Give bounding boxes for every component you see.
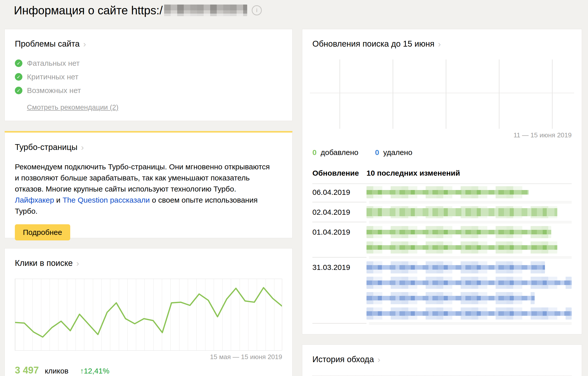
card-title-text: Клики в поиске	[15, 258, 73, 269]
table-row: 02.04.2019	[312, 204, 572, 221]
row-changes	[366, 204, 572, 221]
redacted-site-url	[164, 5, 247, 16]
card-title-text: Обновления поиска до 15 июня	[312, 38, 434, 49]
search-clicks-card: Клики в поиске › 15 мая — 15 июня 2019 3…	[5, 248, 292, 376]
clicks-date-range: 15 мая — 15 июня 2019	[15, 353, 282, 361]
turbo-pages-card: Турбо-страницы › Рекомендуем подключить …	[5, 131, 292, 238]
updates-date-range: 11 — 15 июня 2019	[312, 131, 572, 139]
row-date: 02.04.2019	[312, 204, 366, 221]
page-title-text: Информация о сайте https:/	[14, 2, 163, 19]
table-row: 31.03.2019	[312, 259, 572, 322]
updates-table-header: Обновление 10 последних изменений	[312, 169, 572, 177]
up-arrow-icon: ↑	[80, 367, 84, 375]
redacted-change-text	[366, 226, 551, 238]
chevron-right-icon: ›	[81, 142, 84, 152]
details-button[interactable]: Подробнее	[15, 224, 70, 240]
lifehacker-link[interactable]: Лайфхакер	[15, 196, 54, 204]
added-count: 0	[312, 148, 317, 157]
column-header-update: Обновление	[312, 169, 366, 177]
chevron-right-icon: ›	[438, 39, 441, 49]
removed-label: удалено	[383, 148, 412, 157]
table-row: 01.04.2019	[312, 224, 572, 256]
redacted-change-text	[366, 261, 545, 273]
card-title-text: История обхода	[312, 354, 374, 365]
row-divider	[312, 201, 572, 204]
clicks-delta-badge: ↑ 12,41%	[80, 367, 109, 375]
row-changes	[366, 259, 572, 322]
chevron-right-icon: ›	[378, 354, 380, 364]
clicks-line-chart	[15, 279, 282, 351]
problem-item-critical: ✓ Критичных нет	[15, 73, 282, 81]
row-date: 01.04.2019	[312, 224, 366, 256]
redacted-change-text	[366, 206, 557, 218]
removed-count: 0	[375, 148, 379, 157]
added-label: добавлено	[321, 148, 358, 157]
turbo-text-part: Рекомендуем подключить Турбо-страницы. О…	[15, 163, 270, 193]
search-clicks-title-link[interactable]: Клики в поиске ›	[15, 258, 79, 269]
crawl-history-card: История обхода ›	[302, 344, 582, 376]
problem-label: Возможных нет	[27, 86, 81, 95]
turbo-pages-title-link[interactable]: Турбо-страницы ›	[15, 142, 84, 153]
recommendations-link[interactable]: Смотреть рекомендации (2)	[27, 103, 118, 111]
problem-label: Фатальных нет	[27, 59, 80, 68]
redacted-change-text	[366, 241, 557, 254]
search-updates-title-link[interactable]: Обновления поиска до 15 июня ›	[312, 38, 441, 49]
row-date: 06.04.2019	[312, 184, 366, 201]
updates-counts-row: 0 добавлено 0 удалено	[312, 148, 572, 157]
crawl-history-title-link[interactable]: История обхода ›	[312, 354, 380, 365]
clicks-unit-label: кликов	[45, 367, 68, 375]
column-header-changes: 10 последних изменений	[366, 169, 460, 177]
chevron-right-icon: ›	[76, 258, 79, 268]
right-column: Обновления поиска до 15 июня › 11 — 15 и…	[302, 29, 582, 376]
check-circle-icon: ✓	[15, 73, 22, 81]
redacted-change-text	[366, 307, 572, 320]
problems-list: ✓ Фатальных нет ✓ Критичных нет ✓ Возмож…	[15, 59, 282, 95]
card-title-text: Проблемы сайта	[15, 38, 80, 49]
row-divider	[312, 256, 572, 259]
row-changes	[366, 224, 572, 256]
redacted-change-text	[366, 277, 572, 289]
row-divider	[312, 322, 572, 325]
problem-label: Критичных нет	[27, 73, 79, 81]
table-row: 06.04.2019	[312, 184, 572, 201]
clicks-total-value: 3 497	[15, 365, 39, 376]
check-circle-icon: ✓	[15, 87, 22, 94]
row-divider	[312, 221, 572, 224]
redacted-change-text	[366, 186, 529, 198]
clicks-stats-row: 3 497 кликов ↑ 12,41%	[15, 365, 282, 376]
info-icon[interactable]: i	[252, 5, 262, 15]
site-problems-card: Проблемы сайта › ✓ Фатальных нет ✓ Крити…	[5, 29, 292, 121]
thequestion-link[interactable]: The Question рассказали	[62, 196, 150, 204]
clicks-line-svg	[15, 279, 282, 350]
turbo-text-part: и	[54, 196, 62, 204]
check-circle-icon: ✓	[15, 59, 22, 67]
row-changes	[366, 184, 572, 201]
turbo-description: Рекомендуем подключить Турбо-страницы. О…	[15, 161, 274, 217]
clicks-delta-value: 12,41%	[84, 367, 109, 375]
row-date: 31.03.2019	[312, 259, 366, 322]
site-problems-title-link[interactable]: Проблемы сайта ›	[15, 38, 86, 49]
problem-item-possible: ✓ Возможных нет	[15, 86, 282, 95]
card-title-text: Турбо-страницы	[15, 142, 78, 153]
updates-table-body: 06.04.201902.04.201901.04.201931.03.2019	[312, 184, 572, 325]
problem-item-fatal: ✓ Фатальных нет	[15, 59, 282, 68]
left-column: Проблемы сайта › ✓ Фатальных нет ✓ Крити…	[5, 29, 292, 376]
search-updates-card: Обновления поиска до 15 июня › 11 — 15 и…	[302, 29, 582, 334]
chevron-right-icon: ›	[83, 39, 86, 49]
page-title: Информация о сайте https:/ i	[14, 2, 262, 19]
updates-empty-grid-chart	[312, 59, 572, 129]
redacted-change-text	[366, 292, 535, 304]
